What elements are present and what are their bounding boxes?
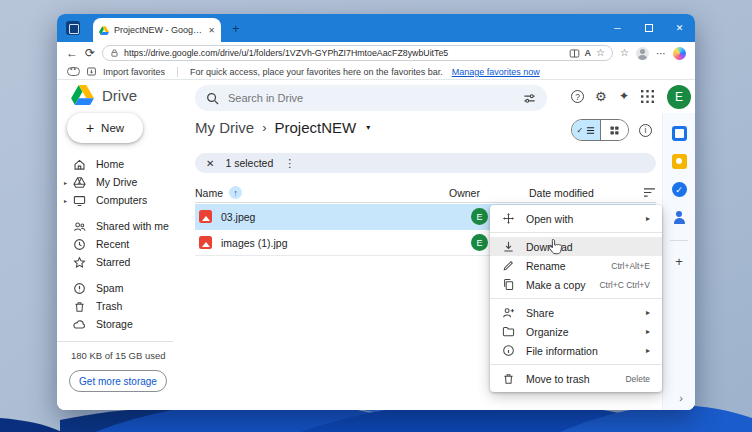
sidebar-item-recent[interactable]: Recent (57, 235, 187, 253)
get-add-ons-icon[interactable]: + (675, 254, 683, 269)
plus-icon: + (86, 121, 94, 135)
sidebar-item-shared-with-me[interactable]: Shared with me (57, 217, 187, 235)
sidebar-item-my-drive[interactable]: ▸ My Drive (57, 173, 187, 191)
expand-arrow-icon[interactable]: ▸ (64, 197, 67, 204)
submenu-arrow-icon: ▸ (646, 346, 650, 355)
sidebar-item-computers[interactable]: ▸ Computers (57, 191, 187, 209)
browser-menu-icon[interactable]: ⋯ (656, 48, 666, 59)
divider (177, 67, 178, 77)
menu-item-download[interactable]: Download (490, 237, 662, 256)
drive-logo[interactable]: Drive (71, 85, 137, 105)
drive-app-name: Drive (102, 87, 137, 104)
menu-item-share[interactable]: Share ▸ (490, 303, 662, 322)
address-bar[interactable]: https://drive.google.com/drive/u/1/folde… (102, 45, 613, 61)
file-table-header: Name ↑ Owner Date modified (195, 183, 656, 203)
favorites-bar-icon[interactable] (67, 67, 80, 76)
more-actions-kebab-icon[interactable]: ⋮ (284, 157, 295, 170)
date-modified-column-header[interactable]: Date modified (529, 187, 634, 199)
help-icon[interactable]: ? (571, 90, 584, 103)
breadcrumb-my-drive[interactable]: My Drive (195, 119, 254, 136)
menu-item-label: Open with (526, 213, 635, 225)
lock-icon (110, 48, 119, 58)
settings-gear-icon[interactable]: ⚙ (595, 90, 607, 103)
search-filter-icon[interactable] (523, 92, 536, 105)
gemini-sparkle-icon[interactable]: ✦ (619, 90, 629, 102)
name-column-header[interactable]: Name ↑ (195, 186, 449, 199)
browser-tab[interactable]: ProjectNEW - Google Drive ✕ (93, 18, 221, 42)
new-tab-button[interactable]: + (232, 22, 240, 35)
column-settings[interactable] (634, 187, 656, 198)
browser-profile-avatar[interactable] (636, 47, 649, 60)
details-info-icon[interactable]: i (639, 124, 652, 137)
menu-item-file-information[interactable]: File information ▸ (490, 341, 662, 360)
selection-count: 1 selected (225, 157, 273, 169)
sidebar-item-label: Shared with me (96, 220, 169, 232)
list-view-button[interactable]: ✓ (572, 120, 600, 140)
breadcrumb-separator: › (262, 120, 266, 135)
my-drive-icon (73, 176, 86, 189)
menu-divider (490, 364, 662, 365)
contacts-icon[interactable] (672, 210, 687, 225)
back-button[interactable]: ← (66, 47, 78, 59)
read-aloud-icon[interactable]: A (585, 48, 592, 58)
menu-item-rename[interactable]: Rename Ctrl+Alt+E (490, 256, 662, 275)
tab-workspaces-icon[interactable] (66, 21, 80, 35)
new-button[interactable]: + New (67, 113, 143, 143)
browser-window: ProjectNEW - Google Drive ✕ + ─ ✕ ← ⟳ ht… (57, 14, 695, 410)
google-apps-grid-icon[interactable] (641, 90, 654, 103)
menu-item-move-to-trash[interactable]: Move to trash Delete (490, 369, 662, 388)
menu-item-open-with[interactable]: Open with ▸ (490, 209, 662, 228)
google-drive-logo-icon (71, 85, 94, 105)
tab-close-icon[interactable]: ✕ (208, 26, 215, 35)
search-icon (206, 92, 219, 105)
expand-arrow-icon[interactable]: ▸ (64, 179, 67, 186)
keep-icon[interactable] (672, 154, 687, 169)
minimize-button[interactable]: ─ (602, 14, 633, 42)
sort-ascending-icon[interactable]: ↑ (229, 186, 242, 199)
calendar-icon[interactable] (672, 126, 687, 141)
owner-avatar: E (471, 208, 488, 225)
menu-item-organize[interactable]: Organize ▸ (490, 322, 662, 341)
owner-column-header[interactable]: Owner (449, 187, 529, 199)
side-panel-strip: ✓ + (662, 113, 695, 410)
chevron-right-icon[interactable]: › (679, 392, 683, 404)
menu-item-label: Move to trash (526, 373, 614, 385)
caret-down-icon[interactable]: ▾ (366, 123, 370, 132)
menu-item-label: Make a copy (526, 279, 588, 291)
url-text[interactable]: https://drive.google.com/drive/u/1/folde… (124, 48, 564, 58)
sidebar-item-label: Computers (96, 194, 147, 206)
view-controls: ✓ i (571, 119, 652, 141)
clear-selection-icon[interactable]: ✕ (206, 158, 214, 169)
favorite-star-icon[interactable]: ☆ (596, 48, 605, 58)
tasks-icon[interactable]: ✓ (672, 182, 687, 197)
breadcrumb-current-folder[interactable]: ProjectNEW (275, 119, 357, 136)
split-screen-icon[interactable] (569, 48, 580, 59)
sidebar-item-spam[interactable]: Spam (57, 279, 187, 297)
sidebar-item-starred[interactable]: Starred (57, 253, 187, 271)
sidebar-item-home[interactable]: Home (57, 155, 187, 173)
get-more-storage-button[interactable]: Get more storage (69, 370, 167, 392)
spam-icon (73, 282, 86, 295)
maximize-button[interactable] (633, 14, 664, 42)
sidebar-item-label: Recent (96, 238, 129, 250)
sidebar-item-trash[interactable]: Trash (57, 297, 187, 315)
copy-icon (502, 278, 515, 291)
manage-favorites-link[interactable]: Manage favorites now (452, 67, 540, 77)
drive-search-bar[interactable] (195, 85, 547, 111)
drive-sidebar: + New Home ▸ My Drive ▸ Computers (57, 113, 187, 410)
menu-item-make-a-copy[interactable]: Make a copy Ctrl+C Ctrl+V (490, 275, 662, 294)
copilot-icon[interactable] (673, 47, 686, 60)
import-favorites-button[interactable]: Import favorites (103, 67, 165, 77)
submenu-arrow-icon: ▸ (646, 327, 650, 336)
mouse-hand-cursor (548, 238, 563, 256)
submenu-arrow-icon: ▸ (646, 308, 650, 317)
owner-avatar: E (471, 234, 488, 251)
close-button[interactable]: ✕ (664, 14, 695, 42)
grid-view-button[interactable] (600, 120, 629, 140)
collections-icon[interactable]: ☆ (620, 48, 629, 58)
sidebar-item-storage[interactable]: Storage (57, 315, 187, 333)
rename-pencil-icon (502, 259, 515, 272)
search-input[interactable] (228, 92, 514, 104)
account-avatar[interactable]: E (667, 85, 691, 109)
refresh-button[interactable]: ⟳ (85, 47, 95, 59)
